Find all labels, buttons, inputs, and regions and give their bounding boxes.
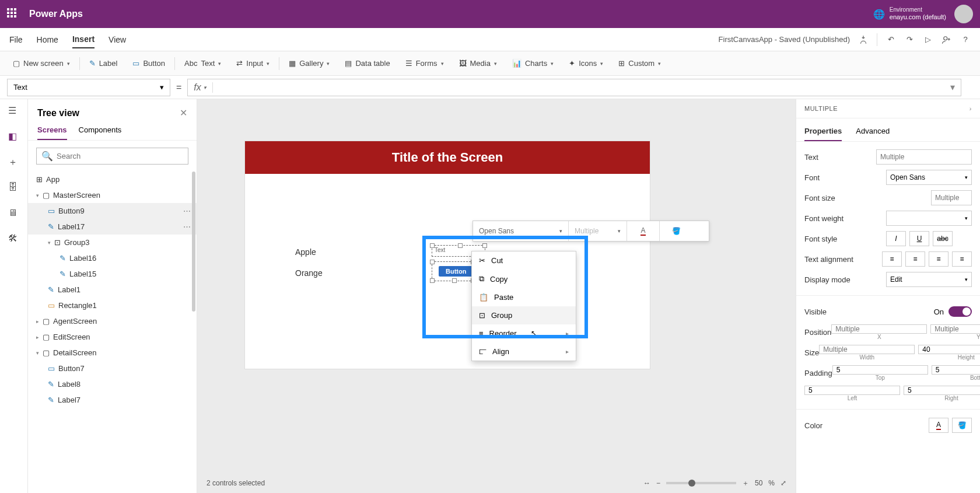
ribbon-charts[interactable]: 📊 Charts▾	[506, 55, 559, 71]
menu-home[interactable]: Home	[37, 32, 58, 48]
ribbon-media[interactable]: 🖼 Media▾	[453, 55, 503, 71]
prop-padding-right[interactable]	[904, 386, 980, 395]
float-font-dropdown[interactable]: Open Sans▾	[473, 221, 569, 241]
prop-font-select[interactable]: Open Sans▾	[886, 170, 972, 185]
canvas-content[interactable]: Title of the Screen Apple Orange Text Bu…	[197, 99, 796, 473]
ribbon-forms[interactable]: ☰ Forms▾	[400, 55, 450, 71]
context-copy[interactable]: ⧉Copy	[472, 270, 576, 288]
strikethrough-button[interactable]: abc	[933, 231, 953, 246]
prop-fontsize-input[interactable]	[931, 190, 972, 205]
avatar[interactable]	[954, 5, 973, 23]
prop-displaymode-select[interactable]: Edit▾	[886, 272, 972, 287]
tree-node-button9[interactable]: ▭Button9⋯	[28, 203, 197, 219]
tree-node-agentscreen[interactable]: ▸▢AgentScreen	[28, 313, 197, 329]
menu-view[interactable]: View	[108, 32, 126, 48]
tree-node-rectangle1[interactable]: ▭Rectangle1	[28, 298, 197, 313]
ribbon-gallery[interactable]: ▦ Gallery▾	[283, 55, 335, 71]
float-size-dropdown[interactable]: Multiple▾	[569, 221, 627, 241]
prop-fontweight-select[interactable]: ▾	[886, 211, 972, 226]
ribbon-icons[interactable]: ✦ Icons▾	[563, 55, 609, 71]
more-icon[interactable]: ⋯	[183, 207, 191, 215]
tree-scrollbar[interactable]	[192, 172, 195, 312]
ribbon-input[interactable]: ⇄ Input▾	[230, 55, 275, 71]
tree-node-app[interactable]: ⊞App	[28, 172, 197, 187]
font-color-button[interactable]: A	[929, 418, 949, 433]
underline-button[interactable]: U	[909, 231, 929, 246]
formula-expand-icon[interactable]: ▾	[944, 82, 961, 93]
tree-node-label1[interactable]: ✎Label1	[28, 282, 197, 298]
zoom-slider[interactable]	[666, 482, 736, 484]
app-checker-icon[interactable]	[858, 34, 869, 45]
tree-node-group3[interactable]: ▾⊡Group3	[28, 235, 197, 250]
ribbon-datatable[interactable]: ▤ Data table	[339, 55, 396, 71]
play-icon[interactable]: ▷	[923, 34, 933, 45]
prop-padding-bottom[interactable]	[932, 365, 980, 375]
props-tab-advanced[interactable]: Advanced	[856, 127, 890, 141]
fill-color-button[interactable]: 🪣	[952, 418, 972, 433]
ribbon-new-screen[interactable]: ▢ New screen▾	[7, 55, 76, 71]
tree-search-input[interactable]	[57, 152, 183, 160]
tree-tab-screens[interactable]: Screens	[37, 125, 67, 140]
italic-button[interactable]: I	[886, 231, 906, 246]
ribbon-label[interactable]: ✎ Label	[83, 55, 124, 71]
properties-header[interactable]: MULTIPLE ›	[796, 99, 980, 118]
menu-insert[interactable]: Insert	[72, 31, 94, 48]
prop-size-h[interactable]	[918, 345, 980, 354]
label-orange[interactable]: Orange	[295, 268, 323, 278]
prop-text-input[interactable]	[876, 149, 972, 165]
props-tab-properties[interactable]: Properties	[804, 127, 842, 141]
tree-node-label15[interactable]: ✎Label15	[28, 266, 197, 282]
menu-file[interactable]: File	[9, 32, 23, 48]
add-icon[interactable]: ＋	[8, 156, 20, 168]
context-group[interactable]: ⊡Group	[472, 306, 576, 324]
more-icon[interactable]: ⋯	[183, 222, 191, 231]
redo-icon[interactable]: ↷	[904, 34, 915, 45]
context-reorder[interactable]: ≡Reorder▸	[472, 324, 576, 342]
align-center-button[interactable]: ≡	[905, 251, 925, 267]
formula-input[interactable]	[213, 83, 944, 92]
waffle-icon[interactable]	[7, 8, 19, 20]
environment-picker[interactable]: 🌐 Environment enayu.com (default)	[873, 6, 946, 21]
close-icon[interactable]: ✕	[180, 107, 187, 118]
tree-node-detailscreen[interactable]: ▾▢DetailScreen	[28, 345, 197, 361]
tree-search[interactable]: 🔍	[36, 148, 188, 165]
prop-size-w[interactable]	[819, 345, 915, 354]
share-icon[interactable]	[942, 34, 952, 45]
ribbon-text[interactable]: Abc Text▾	[178, 55, 227, 71]
ribbon-custom[interactable]: ⊞ Custom▾	[612, 55, 667, 71]
media-rail-icon[interactable]: 🖥	[8, 208, 20, 219]
zoom-in-icon[interactable]: ＋	[742, 478, 749, 488]
fit-icon[interactable]: ⤢	[780, 479, 786, 487]
visible-toggle[interactable]	[949, 306, 972, 317]
align-left-button[interactable]: ≡	[882, 251, 902, 267]
data-icon[interactable]: 🗄	[8, 182, 20, 194]
zoom-out-icon[interactable]: −	[656, 479, 660, 487]
hamburger-icon[interactable]: ☰	[8, 105, 20, 117]
tree-node-button7[interactable]: ▭Button7	[28, 361, 197, 376]
prop-padding-left[interactable]	[804, 386, 900, 395]
fx-label[interactable]: fx▾	[188, 82, 212, 93]
tree-tab-components[interactable]: Components	[79, 125, 122, 140]
tree-node-label8[interactable]: ✎Label8	[28, 376, 197, 392]
tree-node-label17[interactable]: ✎Label17⋯	[28, 219, 197, 235]
align-justify-button[interactable]: ≡	[952, 251, 972, 267]
help-icon[interactable]: ?	[960, 34, 971, 45]
tree-node-label16[interactable]: ✎Label16	[28, 250, 197, 266]
context-paste[interactable]: 📋Paste	[472, 288, 576, 306]
property-dropdown[interactable]: Text ▾	[7, 79, 170, 96]
float-fill-color[interactable]: 🪣	[660, 221, 692, 241]
prop-padding-top[interactable]	[832, 365, 928, 375]
tree-node-masterscreen[interactable]: ▾▢MasterScreen	[28, 187, 197, 203]
align-right-button[interactable]: ≡	[929, 251, 949, 267]
prop-position-y[interactable]	[930, 324, 980, 334]
float-font-color[interactable]: A	[627, 221, 660, 241]
context-align[interactable]: ⫍Align▸	[472, 342, 576, 361]
ribbon-button[interactable]: ▭ Button	[127, 55, 171, 71]
undo-icon[interactable]: ↶	[886, 34, 896, 45]
tools-icon[interactable]: 🛠	[8, 233, 20, 245]
tree-node-label7[interactable]: ✎Label7	[28, 392, 197, 408]
tree-node-editscreen[interactable]: ▸▢EditScreen	[28, 329, 197, 345]
device-switch-icon[interactable]: ↔	[643, 479, 650, 487]
context-cut[interactable]: ✂Cut	[472, 251, 576, 270]
tree-view-icon[interactable]: ◧	[8, 131, 20, 142]
